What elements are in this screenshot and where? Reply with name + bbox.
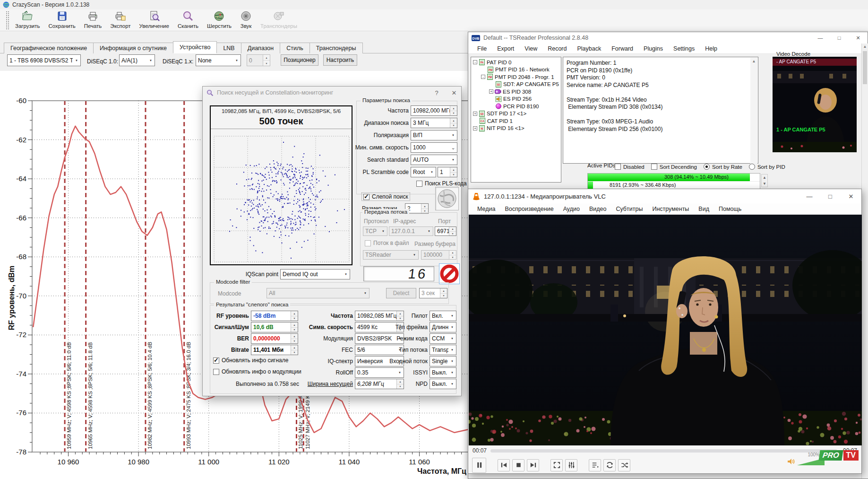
pl-scramble-select[interactable]: Root▼: [411, 167, 436, 177]
tab-Диапазон[interactable]: Диапазон: [241, 43, 280, 53]
close-icon[interactable]: ✕: [447, 87, 461, 99]
maximize-icon[interactable]: □: [820, 189, 841, 203]
protocol-select[interactable]: TCP ▼: [363, 226, 387, 236]
tree-item[interactable]: PCR PID 8190: [472, 103, 561, 110]
toolbar-button-sweep-globe[interactable]: Шерстить: [203, 9, 236, 30]
result-select[interactable]: Выкл.▼: [430, 379, 456, 389]
result-select[interactable]: Single▼: [430, 356, 456, 366]
help-button[interactable]: ?: [430, 87, 444, 99]
menu-file[interactable]: File: [473, 44, 491, 53]
tree-expander-collapsed[interactable]: +: [473, 112, 477, 116]
tree-item[interactable]: +SDSDT PID 17 <1>: [472, 110, 561, 118]
menu-видео[interactable]: Видео: [585, 205, 611, 213]
spin-up-icon[interactable]: ▲: [450, 118, 457, 123]
tree-item[interactable]: +ES PID 308: [472, 88, 561, 96]
spin-up-icon[interactable]: ▲: [449, 227, 456, 232]
spin-up-icon[interactable]: ▲: [449, 251, 456, 255]
search-param-field[interactable]: 1000⌄: [411, 142, 457, 153]
tab-Устройство[interactable]: Устройство: [173, 41, 217, 53]
pause-button[interactable]: [472, 458, 486, 473]
loop-button[interactable]: [603, 459, 616, 471]
detect-interval-stepper[interactable]: 3 сек ▲▼: [419, 288, 447, 298]
tree-expander-expanded[interactable]: -: [481, 75, 485, 79]
menu-plugins[interactable]: Plugins: [639, 44, 667, 53]
result-field[interactable]: 10,6 dB▲▼: [251, 322, 298, 332]
spin-down-icon[interactable]: ▼: [449, 255, 456, 260]
video-frame[interactable]: [469, 215, 862, 445]
spin-up-icon[interactable]: ▲: [440, 288, 447, 294]
result-select[interactable]: Длинный▼: [430, 322, 456, 332]
tree-item[interactable]: ES PID 256: [472, 96, 561, 103]
spinner-buttons[interactable]: ▲▼: [449, 227, 456, 235]
menu-export[interactable]: Export: [493, 44, 518, 53]
menu-воспроизведение[interactable]: Воспроизведение: [500, 205, 558, 213]
toolbar-button-transponders[interactable]: Транспондеры: [256, 9, 301, 30]
spinner-buttons[interactable]: ▲▼: [421, 204, 428, 213]
menu-инструменты[interactable]: Инструменты: [648, 205, 693, 213]
search-param-field[interactable]: В/П▼: [411, 130, 457, 140]
tree-expander-expanded[interactable]: -: [473, 60, 477, 64]
checkbox-icon[interactable]: [651, 164, 657, 170]
result-select[interactable]: CCM▼: [430, 333, 456, 344]
menu-вид[interactable]: Вид: [694, 205, 713, 213]
scroll-up-icon[interactable]: ▲: [862, 44, 868, 50]
diseqc10-select[interactable]: A/A(1) ▼: [119, 54, 155, 66]
menu-settings[interactable]: Settings: [669, 44, 699, 53]
menu-помощь[interactable]: Помощь: [714, 205, 746, 213]
spin-up-icon[interactable]: ▲: [263, 55, 270, 61]
position-stepper[interactable]: 0 ▲▼: [247, 54, 270, 66]
scrollbar-thumb[interactable]: [863, 51, 867, 84]
tree-item[interactable]: SDSDT: AP CANGATE P5: [472, 81, 561, 88]
toolbar-button-save[interactable]: Сохранить: [44, 9, 80, 30]
info-scrollbar[interactable]: ▲: [750, 58, 757, 164]
search-param-field[interactable]: 3 МГц▲▼: [411, 118, 457, 128]
tree-item[interactable]: -PAPAT PID 0: [472, 59, 561, 66]
bars-scroll-icon[interactable]: ▲▼: [761, 174, 768, 187]
checkbox-icon[interactable]: [416, 181, 422, 187]
next-button[interactable]: [527, 459, 539, 471]
tuner-select[interactable]: 1 - TBS 6908 DVBS/S2 Tuner 1 ▼: [7, 54, 81, 66]
previous-button[interactable]: [498, 459, 510, 471]
spinner-buttons[interactable]: ▲▼: [440, 288, 447, 298]
active-pids-option-disabled[interactable]: Disabled: [615, 164, 645, 170]
spinner-buttons[interactable]: ▲▼: [450, 118, 457, 128]
spin-up-icon[interactable]: ▲: [450, 167, 457, 173]
detect-button[interactable]: Detect: [386, 288, 416, 298]
spinner-buttons[interactable]: ▲▼: [449, 251, 456, 259]
tree-item[interactable]: CACAT PID 1: [472, 117, 561, 125]
menu-playback[interactable]: Playback: [573, 44, 605, 53]
speaker-icon[interactable]: [787, 458, 795, 465]
tab-Стиль[interactable]: Стиль: [280, 43, 310, 53]
checkbox-icon[interactable]: [213, 369, 219, 375]
iqscan-select[interactable]: Demod IQ out ▼: [280, 269, 350, 279]
spin-down-icon[interactable]: ▼: [450, 123, 457, 128]
menu-субтитры[interactable]: Субтитры: [611, 205, 647, 213]
checkbox-icon[interactable]: [365, 240, 371, 246]
tab-Информация о спутнике[interactable]: Информация о спутнике: [93, 43, 173, 53]
checkbox-icon[interactable]: [615, 164, 621, 170]
radio-icon[interactable]: [749, 164, 755, 170]
toolbar-button-export[interactable]: Экспорт: [106, 9, 135, 30]
spin-down-icon[interactable]: ▼: [440, 294, 447, 298]
update-modulation-checkbox[interactable]: Обновлять инфо о модуляции: [213, 368, 301, 375]
checkbox-checked-icon[interactable]: [213, 357, 219, 364]
search-param-field[interactable]: AUTO▼: [411, 155, 457, 165]
maximize-icon[interactable]: □: [830, 32, 849, 44]
active-pids-option-sort-by-rate[interactable]: Sort by Rate: [704, 164, 742, 170]
stop-button[interactable]: [439, 263, 460, 284]
tree-expander-collapsed[interactable]: +: [489, 89, 493, 94]
search-param-field[interactable]: 10982,000 МГц▲▼: [411, 105, 457, 116]
tree-item[interactable]: +NINIT PID 16 <1>: [472, 125, 561, 132]
toolbar-button-sound[interactable]: Звук: [236, 9, 256, 30]
menu-медиа[interactable]: Медиа: [473, 205, 499, 213]
result-field[interactable]: -58 dBm▲▼: [251, 311, 298, 321]
menu-help[interactable]: Help: [701, 44, 722, 53]
positioner-button[interactable]: Позиционер: [281, 54, 318, 66]
tab-Географическое положение[interactable]: Географическое положение: [4, 43, 94, 53]
scroll-up-icon[interactable]: ▲: [750, 58, 757, 65]
result-select[interactable]: Transport▼: [430, 345, 456, 355]
ip-select[interactable]: 127.0.0.1 ▼: [389, 226, 433, 236]
spin-down-icon[interactable]: ▼: [450, 173, 457, 177]
tree-item[interactable]: PMPMT PID 16 - Network: [472, 66, 561, 74]
result-select[interactable]: Выкл.▼: [430, 367, 456, 378]
